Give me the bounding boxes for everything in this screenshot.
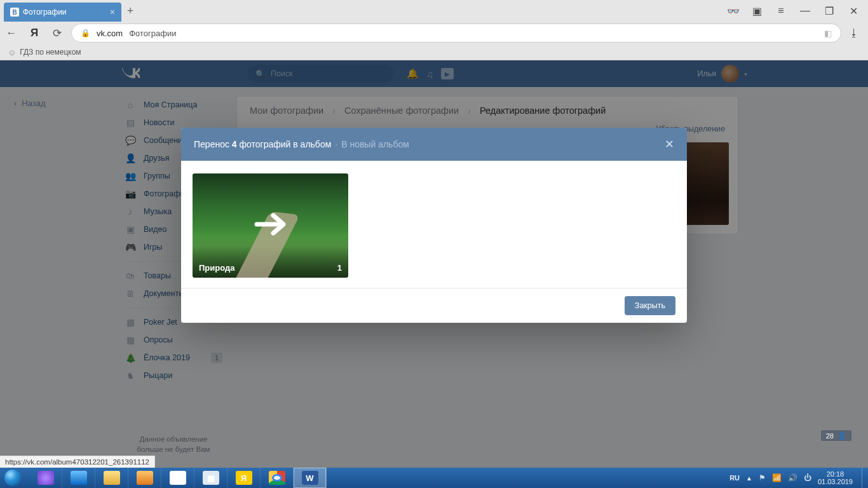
tray-power-icon[interactable]: ⏻ [804,473,811,482]
smile-icon: ☺ [8,48,16,57]
move-photos-modal: Перенос 4 фотографий в альбом · В новый … [181,128,687,323]
browser-tab-active[interactable]: B Фотографии × [4,3,121,22]
bookmark-icon[interactable]: ◧ [824,29,832,38]
taskbar-yandex-browser[interactable]: Y [161,468,194,488]
windows-orb-icon [4,470,21,486]
modal-backdrop[interactable]: Перенос 4 фотографий в альбом · В новый … [0,60,868,468]
browser-chrome: B Фотографии × + 👓 ▣ ≡ — ❐ ✕ ← Я ⟳ 🔒 vk.… [0,0,868,60]
start-button[interactable] [0,468,25,488]
tray-overflow-icon[interactable]: ▲ [746,475,752,482]
incognito-icon[interactable]: 👓 [727,5,738,17]
yandex-browser-icon: Y [170,471,186,485]
bookmark-text: ГДЗ по немецком [20,48,81,57]
address-pagetitle: Фотографии [129,29,176,38]
album-name: Природа [199,263,234,273]
tray-flag-icon[interactable]: ⚑ [759,473,766,482]
modal-close-button[interactable]: Закрыть [625,296,675,315]
modal-new-album-link[interactable]: В новый альбом [341,139,409,149]
new-tab-button[interactable]: + [121,4,139,18]
window-controls: 👓 ▣ ≡ — ❐ ✕ [727,5,868,17]
album-count: 1 [337,263,342,273]
tray-language[interactable]: RU [729,474,740,482]
modal-separator: · [335,139,337,149]
tray-volume-icon[interactable]: 🔊 [788,473,797,482]
media-player-icon [137,471,153,485]
maximize-icon[interactable]: ❐ [824,5,835,17]
modal-body: Природа 1 [181,161,687,288]
arrow-right-icon [253,212,288,237]
calculator-icon: ▦ [203,471,219,485]
tab-close-icon[interactable]: × [110,7,115,17]
vk-page: 🔍 Поиск 🔔 ♫ ▶ Илья ▾ ‹ Назад ⌂Моя Страни… [0,60,868,468]
tray-time: 20:18 [818,470,853,478]
show-desktop-button[interactable] [862,468,868,488]
download-icon[interactable]: ⭳ [849,27,859,39]
taskbar-explorer[interactable] [95,468,128,488]
taskbar-word[interactable]: W [294,468,327,488]
vk-favicon-icon: B [10,8,19,17]
person-icon: 👤 [837,431,846,440]
address-bar[interactable]: 🔒 vk.com Фотографии ◧ [71,24,841,43]
taskbar-pins: Y ▦ Я W [29,468,327,488]
taskbar-yandex[interactable]: Я [227,468,261,488]
tray-clock[interactable]: 20:18 01.03.2019 [818,470,853,485]
menu-icon[interactable]: ≡ [775,5,787,17]
ie-icon [71,471,87,485]
assistant-orb-icon [37,471,54,485]
back-icon[interactable]: ← [5,27,18,40]
tab-title: Фотографии [23,8,110,17]
chrome-icon [269,471,285,485]
bookmarks-bar: ☺ ГДЗ по немецком [0,44,868,60]
modal-title: Перенос 4 фотографий в альбом [194,139,331,149]
modal-close-icon[interactable]: ✕ [665,137,674,151]
address-host: vk.com [97,29,123,38]
selected-count-chip[interactable]: 28 👤 [821,430,851,441]
tab-strip: B Фотографии × + 👓 ▣ ≡ — ❐ ✕ [0,0,868,22]
yandex-letter-icon[interactable]: Я [28,27,41,40]
tray-date: 01.03.2019 [818,478,853,485]
taskbar-calc[interactable]: ▦ [194,468,227,488]
taskbar-cortana[interactable] [29,468,62,488]
status-bar-url: https://vk.com/album470312201_261391112 [0,456,155,468]
address-row: ← Я ⟳ 🔒 vk.com Фотографии ◧ ⭳ [0,22,868,44]
chip-count: 28 [826,432,834,440]
system-tray: RU ▲ ⚑ 📶 🔊 ⏻ 20:18 01.03.2019 [729,470,858,485]
lock-icon: 🔒 [81,29,90,37]
word-icon: W [302,471,318,485]
bookmark-link[interactable]: ☺ ГДЗ по немецком [8,48,81,57]
reload-icon[interactable]: ⟳ [51,27,64,40]
modal-header: Перенос 4 фотографий в альбом · В новый … [181,128,687,161]
modal-footer: Закрыть [181,288,687,323]
album-card[interactable]: Природа 1 [193,173,348,278]
close-window-icon[interactable]: ✕ [848,5,859,17]
tableau-icon[interactable]: ▣ [751,5,763,17]
folder-icon [104,471,120,485]
windows-taskbar: Y ▦ Я W RU ▲ ⚑ 📶 🔊 ⏻ 20:18 01.03.2019 [0,468,868,488]
tray-network-icon[interactable]: 📶 [772,473,782,482]
minimize-icon[interactable]: — [799,5,811,17]
yandex-icon: Я [236,471,252,485]
taskbar-media[interactable] [128,468,161,488]
taskbar-ie[interactable] [62,468,95,488]
taskbar-chrome[interactable] [261,468,294,488]
